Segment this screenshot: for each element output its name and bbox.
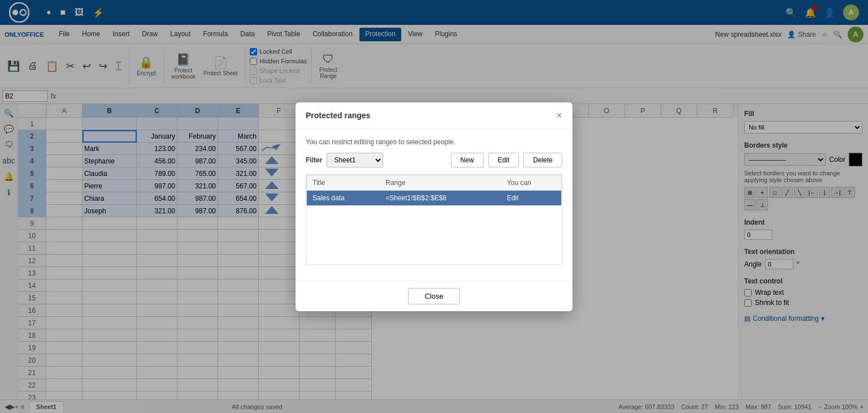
col-header-range: Range <box>380 175 501 190</box>
modal-action-buttons: New Edit Delete <box>451 153 562 167</box>
range-title-cell: Sales data <box>307 190 380 205</box>
modal-table-container[interactable]: Title Range You can Sales data =Sheet1!$… <box>306 174 562 265</box>
filter-label: Filter <box>306 156 322 164</box>
modal-description: You can restrict editing ranges to selec… <box>306 138 562 146</box>
modal-footer: Close <box>296 281 572 311</box>
filter-row: Filter Sheet1 New Edit Delete <box>306 153 562 167</box>
modal-overlay: Protected ranges × You can restrict edit… <box>0 0 868 413</box>
modal-body: You can restrict editing ranges to selec… <box>296 129 572 281</box>
modal-close-btn[interactable]: × <box>556 110 562 121</box>
modal-desc-text: You can restrict editing ranges to selec… <box>306 138 455 146</box>
modal-title: Protected ranges <box>306 111 370 120</box>
edit-range-btn[interactable]: Edit <box>488 153 519 167</box>
range-you-can-cell: Edit <box>501 190 562 205</box>
col-header-you-can: You can <box>501 175 562 190</box>
filter-select[interactable]: Sheet1 <box>327 153 383 167</box>
protected-ranges-table: Title Range You can Sales data =Sheet1!$… <box>306 175 562 206</box>
table-row[interactable]: Sales data =Sheet1!$B$2:$E$8 Edit <box>307 190 562 205</box>
range-formula-cell: =Sheet1!$B$2:$E$8 <box>380 190 501 205</box>
modal-close-footer-btn[interactable]: Close <box>408 288 459 304</box>
modal-header: Protected ranges × <box>296 102 572 129</box>
protected-ranges-modal: Protected ranges × You can restrict edit… <box>296 102 572 311</box>
delete-range-btn[interactable]: Delete <box>523 153 562 167</box>
new-range-btn[interactable]: New <box>451 153 484 167</box>
table-header-row: Title Range You can <box>307 175 562 190</box>
col-header-title: Title <box>307 175 380 190</box>
